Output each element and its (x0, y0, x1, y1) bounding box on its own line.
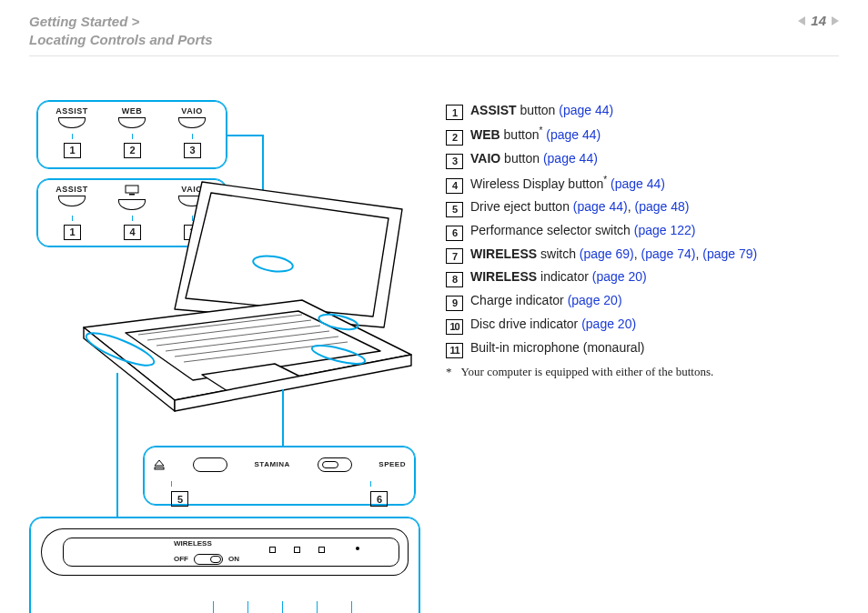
legend-text-6: Performance selector switch (page 122) (470, 220, 695, 242)
legend-num-10: 10 (446, 319, 463, 335)
prev-page-arrow-icon[interactable] (798, 16, 805, 25)
legend-sup-2: * (540, 126, 543, 136)
legend-link-9-0[interactable]: (page 20) (568, 293, 622, 307)
legend-row-3: 3VAIO button (page 44) (446, 148, 839, 170)
footnote-text: Your computer is equipped with either of… (461, 365, 714, 379)
legend-num-8: 8 (446, 272, 463, 287)
legend-desc-3: button (500, 151, 543, 166)
legend-row-5: 5Drive eject button (page 44), (page 48) (446, 196, 839, 218)
legend-num-2: 2 (446, 130, 463, 146)
legend-link-2-0[interactable]: (page 44) (546, 127, 601, 142)
legend-link-10-0[interactable]: (page 20) (581, 317, 636, 331)
legend-text-3: VAIO button (page 44) (470, 148, 598, 170)
callout-2: 2 (124, 143, 141, 158)
legend-link-3-0[interactable]: (page 44) (543, 151, 598, 166)
legend-text-9: Charge indicator (page 20) (470, 290, 622, 312)
legend-link-7-1[interactable]: (page 74) (641, 246, 696, 261)
legend-row-7: 7WIRELESS switch (page 69), (page 74), (… (446, 244, 839, 266)
legend-text-11: Built-in microphone (monaural) (470, 337, 644, 359)
web-button-icon: WEB (106, 106, 157, 128)
legend-desc-11: Built-in microphone (monaural) (470, 340, 644, 355)
legend-text-10: Disc drive indicator (page 20) (470, 314, 636, 336)
callout-5: 5 (171, 491, 188, 507)
legend-row-2: 2WEB button* (page 44) (446, 123, 839, 146)
legend-sup-4: * (603, 175, 607, 185)
vaio-label: VAIO (181, 106, 202, 116)
legend-num-11: 11 (446, 343, 463, 358)
legend-num-7: 7 (446, 248, 463, 264)
performance-switch-shape (318, 457, 352, 472)
stamina-label: STAMINA (255, 460, 290, 468)
legend-link-7-2[interactable]: (page 79) (702, 246, 757, 261)
breadcrumb: Getting Started > Locating Controls and … (29, 13, 213, 50)
assist-label: ASSIST (56, 106, 88, 116)
illustration-column: ASSIST WEB VAIO 1 (29, 100, 420, 591)
legend-row-9: 9Charge indicator (page 20) (446, 290, 839, 312)
legend-row-6: 6Performance selector switch (page 122) (446, 220, 839, 242)
disc-indicator-led (318, 547, 325, 553)
slider-panel-stamina-speed: STAMINA SPEED 5 6 (143, 446, 416, 506)
svg-rect-20 (155, 467, 164, 469)
front-edge-panel: WIRELESS OFF ON (29, 517, 420, 614)
svg-marker-19 (155, 460, 164, 466)
legend-text-8: WIRELESS indicator (page 20) (470, 266, 647, 288)
legend-list: 1ASSIST button (page 44)2WEB button* (pa… (446, 100, 839, 359)
legend-desc-7: switch (537, 246, 580, 261)
legend-bold-8: WIRELESS (470, 269, 537, 284)
charge-indicator-led (294, 547, 300, 553)
page-header: Getting Started > Locating Controls and … (29, 13, 839, 56)
legend-link-1-0[interactable]: (page 44) (559, 103, 613, 117)
page-number: 14 (811, 13, 826, 28)
legend-link-8-0[interactable]: (page 20) (592, 269, 647, 284)
legend-desc-2: button (500, 127, 540, 142)
legend-text-4: Wireless Display button* (page 44) (470, 172, 665, 195)
footnote-mark: * (446, 365, 452, 379)
legend-text-1: ASSIST button (page 44) (470, 100, 613, 122)
legend-desc-5: Drive eject button (470, 199, 573, 214)
legend-row-4: 4Wireless Display button* (page 44) (446, 172, 839, 195)
legend-num-3: 3 (446, 154, 463, 169)
legend-link-7-0[interactable]: (page 69) (580, 246, 634, 261)
button-panel-assist-web-vaio: ASSIST WEB VAIO 1 (36, 100, 227, 169)
web-label: WEB (122, 106, 143, 116)
legend-desc-4: Wireless Display button (470, 176, 603, 190)
footnote: * Your computer is equipped with either … (446, 365, 839, 379)
legend-num-4: 4 (446, 178, 463, 194)
callout-3: 3 (184, 143, 201, 158)
legend-link-5-0[interactable]: (page 44) (573, 199, 628, 214)
legend-num-6: 6 (446, 226, 463, 241)
legend-text-2: WEB button* (page 44) (470, 123, 601, 146)
next-page-arrow-icon[interactable] (832, 16, 839, 25)
microphone-hole-icon (356, 547, 359, 550)
legend-link-6-0[interactable]: (page 122) (634, 223, 696, 237)
page-nav: 14 (798, 13, 839, 28)
legend-bold-2: WEB (470, 127, 500, 142)
legend-desc-9: Charge indicator (470, 293, 568, 307)
legend-link-5-1[interactable]: (page 48) (635, 199, 690, 214)
legend-row-1: 1ASSIST button (page 44) (446, 100, 839, 122)
legend-desc-1: button (517, 103, 560, 117)
callout-1: 1 (64, 143, 81, 158)
legend-row-10: 10Disc drive indicator (page 20) (446, 314, 839, 336)
legend-bold-7: WIRELESS (470, 246, 537, 261)
legend-desc-10: Disc drive indicator (470, 317, 581, 331)
legend-row-8: 8WIRELESS indicator (page 20) (446, 266, 839, 288)
on-label: ON (228, 555, 239, 563)
legend-num-9: 9 (446, 296, 463, 311)
breadcrumb-section: Getting Started (29, 14, 127, 29)
assist-button-icon: ASSIST (46, 106, 97, 128)
legend-text-5: Drive eject button (page 44), (page 48) (470, 196, 690, 218)
legend-bold-1: ASSIST (470, 103, 517, 117)
breadcrumb-page-title: Locating Controls and Ports (29, 32, 213, 47)
eject-button-shape (193, 457, 227, 472)
legend-link-4-0[interactable]: (page 44) (611, 176, 665, 190)
eject-icon (153, 458, 166, 471)
legend-num-1: 1 (446, 105, 463, 120)
vaio-button-icon: VAIO (167, 106, 217, 128)
wireless-indicator-led (269, 547, 276, 553)
off-label: OFF (174, 555, 188, 563)
legend-row-11: 11Built-in microphone (monaural) (446, 337, 839, 359)
legend-bold-3: VAIO (470, 151, 500, 166)
legend-desc-6: Performance selector switch (470, 223, 634, 237)
speed-label: SPEED (378, 460, 406, 468)
